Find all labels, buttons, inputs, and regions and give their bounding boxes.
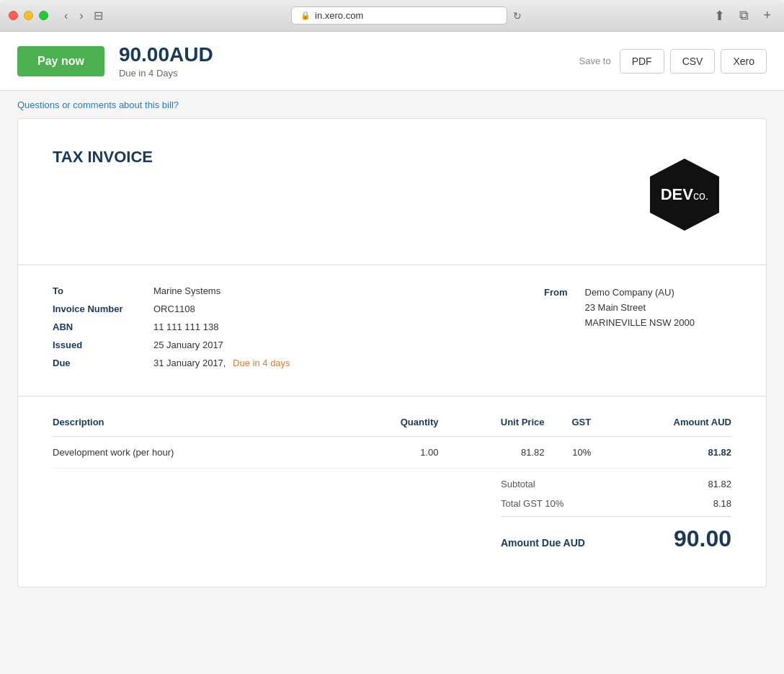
abn-value: 11 111 111 138 — [153, 322, 218, 332]
amount-due-section: 90.00 AUD Due in 4 Days — [119, 43, 213, 79]
invoice-left-details: To Marine Systems Invoice Number ORC1108… — [53, 285, 486, 376]
description-header: Description — [53, 417, 347, 437]
back-button[interactable]: ‹ — [60, 8, 72, 24]
logo-svg: DEVco. — [641, 155, 728, 234]
due-days-label: Due in 4 Days — [119, 68, 213, 79]
title-bar: ‹ › ⊟ 🔒 in.xero.com ↻ ⬆ ⧉ + — [0, 0, 784, 32]
invoice-right-details: From Demo Company (AU) 23 Main Street MA… — [544, 285, 731, 376]
unit-price-header: Unit Price — [438, 417, 544, 437]
amount-due-total-value: 90.00 — [674, 526, 731, 552]
tabs-button[interactable]: ⧉ — [735, 6, 753, 25]
add-tab-button[interactable]: + — [759, 6, 775, 25]
address-bar-container: 🔒 in.xero.com ↻ — [103, 6, 710, 25]
xero-button[interactable]: Xero — [721, 49, 767, 74]
invoice-title-container: TAX INVOICE — [53, 148, 153, 167]
sidebar-button[interactable]: ⊟ — [94, 9, 103, 22]
from-section: From Demo Company (AU) 23 Main Street MA… — [544, 285, 731, 330]
gst-label: Total GST 10% — [501, 498, 564, 509]
abn-row: ABN 11 111 111 138 — [53, 322, 486, 332]
toolbar-actions: ⬆ ⧉ + — [710, 6, 775, 25]
currency-label: AUD — [169, 43, 213, 66]
totals-section: Subtotal 81.82 Total GST 10% 8.18 Amount… — [53, 469, 731, 558]
save-to-section: Save to PDF CSV Xero — [579, 49, 767, 74]
maximize-button[interactable] — [39, 11, 48, 20]
amount-cell: 81.82 — [591, 437, 731, 469]
amount-due-total-row: Amount Due AUD 90.00 — [501, 516, 731, 558]
due-value: 31 January 2017, Due in 4 days — [153, 358, 290, 368]
invoice-title: TAX INVOICE — [53, 148, 153, 167]
invoice-number-value: ORC1108 — [153, 303, 195, 314]
url-text: in.xero.com — [315, 10, 363, 21]
pay-now-button[interactable]: Pay now — [17, 46, 104, 76]
minimize-button[interactable] — [24, 11, 33, 20]
issued-row: Issued 25 January 2017 — [53, 340, 486, 350]
due-date: 31 January 2017, — [153, 358, 226, 368]
questions-link[interactable]: Questions or comments about this bill? — [17, 99, 179, 110]
table-header-row: Description Quantity Unit Price GST Amou… — [53, 417, 731, 437]
invoice-wrapper: TAX INVOICE DEVco. To Marine Systems — [17, 118, 767, 587]
share-button[interactable]: ⬆ — [710, 6, 729, 25]
totals-table: Subtotal 81.82 Total GST 10% 8.18 Amount… — [501, 474, 731, 558]
due-row: Due 31 January 2017, Due in 4 days — [53, 358, 486, 368]
issued-label: Issued — [53, 340, 153, 350]
quantity-header: Quantity — [347, 417, 439, 437]
forward-button[interactable]: › — [75, 8, 87, 24]
due-label: Due — [53, 358, 153, 368]
subtotal-row: Subtotal 81.82 — [501, 474, 731, 494]
close-button[interactable] — [9, 11, 18, 20]
from-city: MARINEVILLE NSW 2000 — [585, 316, 695, 331]
invoice-number-label: Invoice Number — [53, 303, 153, 314]
to-label: To — [53, 285, 153, 296]
gst-value: 8.18 — [713, 498, 731, 509]
save-to-label: Save to — [579, 56, 611, 66]
nav-buttons: ‹ › — [60, 8, 88, 24]
due-highlight: Due in 4 days — [233, 358, 290, 368]
csv-button[interactable]: CSV — [670, 49, 716, 74]
quantity-cell: 1.00 — [347, 437, 439, 469]
invoice-header: TAX INVOICE DEVco. — [18, 119, 766, 265]
traffic-lights — [9, 11, 48, 20]
line-items-body: Development work (per hour) 1.00 81.82 1… — [53, 437, 731, 469]
description-cell: Development work (per hour) — [53, 437, 347, 469]
action-bar-left: Pay now 90.00 AUD Due in 4 Days — [17, 43, 213, 79]
subtotal-label: Subtotal — [501, 479, 535, 489]
invoice-details: To Marine Systems Invoice Number ORC1108… — [18, 265, 766, 396]
table-row: Development work (per hour) 1.00 81.82 1… — [53, 437, 731, 469]
to-value: Marine Systems — [153, 285, 220, 296]
unit-price-cell: 81.82 — [438, 437, 544, 469]
action-bar: Pay now 90.00 AUD Due in 4 Days Save to … — [0, 32, 784, 91]
from-label: From — [544, 287, 568, 298]
amount-header: Amount AUD — [591, 417, 731, 437]
lock-icon: 🔒 — [300, 11, 311, 20]
items-table: Description Quantity Unit Price GST Amou… — [53, 417, 731, 469]
devco-logo: DEVco. — [638, 148, 731, 241]
invoice-number-row: Invoice Number ORC1108 — [53, 303, 486, 314]
subtotal-value: 81.82 — [708, 479, 731, 489]
line-items-section: Description Quantity Unit Price GST Amou… — [18, 396, 766, 587]
amount-due-total-label: Amount Due AUD — [501, 537, 585, 549]
refresh-button[interactable]: ↻ — [513, 10, 522, 22]
gst-header: GST — [544, 417, 591, 437]
from-street: 23 Main Street — [585, 301, 695, 316]
from-company: Demo Company (AU) — [585, 285, 695, 301]
issued-value: 25 January 2017 — [153, 340, 223, 350]
abn-label: ABN — [53, 322, 153, 332]
gst-cell: 10% — [544, 437, 591, 469]
gst-row: Total GST 10% 8.18 — [501, 494, 731, 513]
address-bar[interactable]: 🔒 in.xero.com — [291, 6, 507, 25]
browser-window: ‹ › ⊟ 🔒 in.xero.com ↻ ⬆ ⧉ + Pay now 90.0… — [0, 0, 784, 674]
questions-bar: Questions or comments about this bill? — [0, 91, 784, 118]
amount-value: 90.00 — [119, 43, 169, 66]
browser-content: Pay now 90.00 AUD Due in 4 Days Save to … — [0, 32, 784, 674]
to-row: To Marine Systems — [53, 285, 486, 296]
pdf-button[interactable]: PDF — [620, 49, 664, 74]
from-address: Demo Company (AU) 23 Main Street MARINEV… — [585, 285, 695, 330]
